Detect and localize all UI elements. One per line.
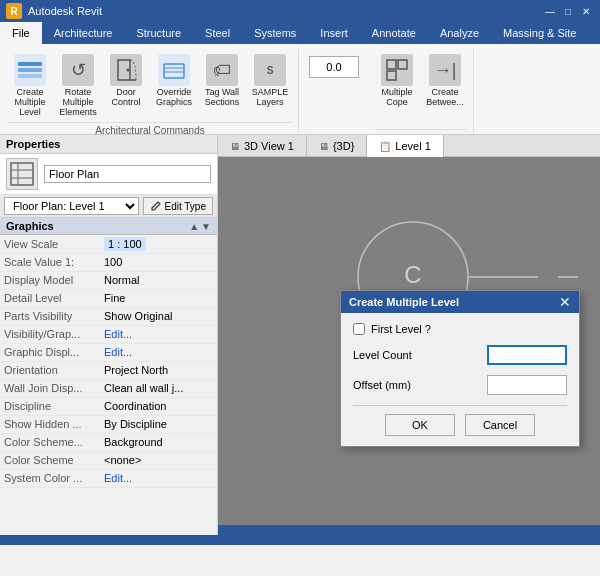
prop-row: System Color ...Edit... xyxy=(0,469,217,487)
arrow-down[interactable]: ▼ xyxy=(201,221,211,232)
svg-rect-11 xyxy=(387,71,396,80)
first-level-checkbox[interactable] xyxy=(353,323,365,335)
first-level-label: First Level ? xyxy=(371,323,567,335)
level-count-input[interactable] xyxy=(487,345,567,365)
3d-label: {3D} xyxy=(333,140,354,152)
tab-level1[interactable]: 📋 Level 1 xyxy=(367,135,443,157)
multiple-cope-label: Multiple Cope xyxy=(377,88,417,108)
dialog-title: Create Multiple Level xyxy=(349,296,459,308)
cancel-button[interactable]: Cancel xyxy=(465,414,535,436)
prop-label: Color Scheme xyxy=(0,451,100,469)
fp-selector: Floor Plan xyxy=(0,154,217,195)
ribbon-item-tag[interactable]: 🏷 Tag Wall Sections xyxy=(200,52,244,110)
properties-panel: Properties Floor Plan Floor Plan: Level … xyxy=(0,135,218,535)
prop-value: Show Original xyxy=(100,307,217,325)
dialog-close-button[interactable]: ✕ xyxy=(559,295,571,309)
offset-input[interactable] xyxy=(487,375,567,395)
ribbon-item-door[interactable]: Door Control xyxy=(104,52,148,110)
ribbon-content: Create Multiple Level ↺ Rotate Multiple … xyxy=(0,44,600,134)
svg-point-5 xyxy=(127,69,130,72)
prop-label: Orientation xyxy=(0,361,100,379)
ribbon-item-create-level[interactable]: Create Multiple Level xyxy=(8,52,52,120)
prop-value[interactable]: Edit... xyxy=(100,469,217,487)
cope-items: Multiple Cope →| Create Betwee... xyxy=(375,48,467,127)
tab-analyze[interactable]: Analyze xyxy=(428,22,491,44)
3d-icon: 🖥 xyxy=(319,141,329,152)
svg-rect-12 xyxy=(11,163,33,185)
section-arrows: ▲ ▼ xyxy=(189,221,211,232)
ribbon-group-cope: Multiple Cope →| Create Betwee... xyxy=(369,48,474,134)
3d-view1-label: 3D View 1 xyxy=(244,140,294,152)
prop-value: Fine xyxy=(100,289,217,307)
tab-3d[interactable]: 🖥 {3D} xyxy=(307,135,367,157)
tab-structure[interactable]: Structure xyxy=(124,22,193,44)
prop-label: View Scale xyxy=(0,235,100,253)
tab-steel[interactable]: Steel xyxy=(193,22,242,44)
tag-label: Tag Wall Sections xyxy=(202,88,242,108)
ribbon-item-rotate[interactable]: ↺ Rotate Multiple Elements xyxy=(56,52,100,120)
section-header-graphics: Graphics ▲ ▼ xyxy=(0,218,217,235)
prop-label: Visibility/Grap... xyxy=(0,325,100,343)
tab-massing[interactable]: Massing & Site xyxy=(491,22,588,44)
ribbon-group-items: Create Multiple Level ↺ Rotate Multiple … xyxy=(8,48,292,120)
tab-insert[interactable]: Insert xyxy=(308,22,360,44)
title-bar-controls: — □ ✕ xyxy=(542,4,594,18)
rotate-icon: ↺ xyxy=(62,54,94,86)
prop-label: Detail Level xyxy=(0,289,100,307)
create-between-label: Create Betwee... xyxy=(425,88,465,108)
create-level-dialog: Create Multiple Level ✕ First Level ? Le… xyxy=(340,290,580,447)
svg-rect-1 xyxy=(18,68,42,72)
multiple-cope-icon xyxy=(381,54,413,86)
rotate-label: Rotate Multiple Elements xyxy=(58,88,98,118)
sample-icon: S xyxy=(254,54,286,86)
ribbon-item-create-between[interactable]: →| Create Betwee... xyxy=(423,52,467,110)
graphics-section-label: Graphics xyxy=(6,220,54,232)
prop-value[interactable]: Edit... xyxy=(100,325,217,343)
maximize-button[interactable]: □ xyxy=(560,4,576,18)
prop-label: Graphic Displ... xyxy=(0,343,100,361)
cope-group-label xyxy=(375,129,467,132)
prop-label: Color Scheme... xyxy=(0,433,100,451)
tag-icon: 🏷 xyxy=(206,54,238,86)
close-button[interactable]: ✕ xyxy=(578,4,594,18)
prop-value: Clean all wall j... xyxy=(100,379,217,397)
svg-rect-9 xyxy=(387,60,396,69)
tab-file[interactable]: File xyxy=(0,22,42,44)
fp-dropdown[interactable]: Floor Plan xyxy=(44,165,211,183)
ribbon-item-multiple-cope[interactable]: Multiple Cope xyxy=(375,52,419,110)
prop-label: System Color ... xyxy=(0,469,100,487)
number-box[interactable]: 0.0 xyxy=(309,56,359,78)
prop-value: 100 xyxy=(100,253,217,271)
prop-row: DisciplineCoordination xyxy=(0,397,217,415)
prop-row: Detail LevelFine xyxy=(0,289,217,307)
edit-type-button[interactable]: Edit Type xyxy=(143,197,213,215)
ribbon-item-override[interactable]: Override Graphics xyxy=(152,52,196,110)
ribbon-item-sample[interactable]: S SAMPLE Layers xyxy=(248,52,292,110)
3d-view1-icon: 🖥 xyxy=(230,141,240,152)
title-bar: R Autodesk Revit — □ ✕ xyxy=(0,0,600,22)
tab-systems[interactable]: Systems xyxy=(242,22,308,44)
prop-value: <none> xyxy=(100,451,217,469)
level1-icon: 📋 xyxy=(379,141,391,152)
svg-rect-0 xyxy=(18,62,42,66)
ok-button[interactable]: OK xyxy=(385,414,455,436)
tab-architecture[interactable]: Architecture xyxy=(42,22,125,44)
tab-annotate[interactable]: Annotate xyxy=(360,22,428,44)
create-between-icon: →| xyxy=(429,54,461,86)
arrow-up[interactable]: ▲ xyxy=(189,221,199,232)
level1-label: Level 1 xyxy=(395,140,430,152)
tab-3dview1[interactable]: 🖥 3D View 1 xyxy=(218,135,307,157)
viewport-tabs: 🖥 3D View 1 🖥 {3D} 📋 Level 1 xyxy=(218,135,600,157)
level-count-label: Level Count xyxy=(353,349,481,361)
minimize-button[interactable]: — xyxy=(542,4,558,18)
prop-row: Color Scheme<none> xyxy=(0,451,217,469)
prop-label: Show Hidden ... xyxy=(0,415,100,433)
level-count-row: Level Count xyxy=(353,345,567,365)
edit-type-label: Edit Type xyxy=(164,201,206,212)
offset-label: Offset (mm) xyxy=(353,379,481,391)
override-label: Override Graphics xyxy=(154,88,194,108)
svg-rect-10 xyxy=(398,60,407,69)
prop-value[interactable]: Edit... xyxy=(100,343,217,361)
fp-level-dropdown[interactable]: Floor Plan: Level 1 xyxy=(4,197,139,215)
properties-title: Properties xyxy=(0,135,217,154)
